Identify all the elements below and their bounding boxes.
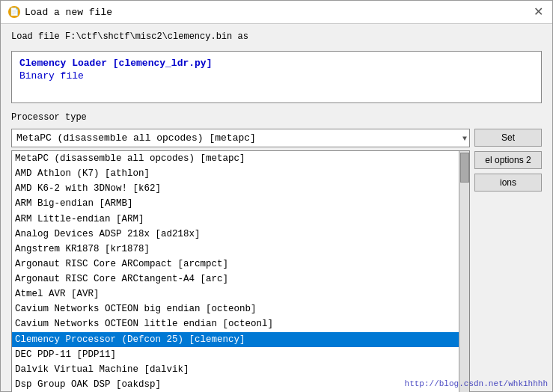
options2-button[interactable]: ions — [474, 174, 542, 192]
processor-list-item[interactable]: Cavium Networks OCTEON big endian [octeo… — [12, 301, 459, 316]
main-content: MetaPC (disassemble all opcodes) [metapc… — [11, 129, 542, 392]
processor-list-item[interactable]: Cavium Networks OCTEON little endian [oc… — [12, 316, 459, 331]
dialog-body: Load file F:\ctf\shctf\misc2\clemency.bi… — [1, 24, 552, 392]
processor-list-item[interactable]: Angstrem KR1878 [kr1878] — [12, 242, 459, 257]
processor-list-item[interactable]: ARM Little-endian [ARM] — [12, 212, 459, 227]
processor-list-item[interactable]: AMD Athlon (K7) [athlon] — [12, 166, 459, 181]
load-file-dialog: 📄 Load a new file ✕ Load file F:\ctf\shc… — [0, 0, 553, 392]
title-bar: 📄 Load a new file ✕ — [1, 1, 552, 24]
set-button[interactable]: Set — [474, 129, 542, 147]
processor-list-item[interactable]: Argonaut RISC Core ARCtangent-A4 [arc] — [12, 272, 459, 287]
scrollbar-track — [459, 151, 469, 392]
load-path-label: Load file F:\ctf\shctf\misc2\clemency.bi… — [11, 31, 542, 42]
select-arrow-icon: ▼ — [462, 134, 467, 142]
dialog-title: Load a new file — [25, 7, 112, 18]
processor-selected-value: MetaPC (disassemble all opcodes) [metapc… — [16, 132, 256, 144]
processor-list-item[interactable]: DEC PDP-11 [PDP11] — [12, 347, 459, 362]
processor-list-item[interactable]: Dsp Group OAK DSP [oakdsp] — [12, 377, 459, 392]
processor-select-container: MetaPC (disassemble all opcodes) [metapc… — [11, 129, 470, 147]
processor-type-label: Processor type — [11, 112, 542, 123]
right-panel: Set el options 2 ions — [474, 129, 542, 392]
title-bar-left: 📄 Load a new file — [8, 6, 112, 18]
processor-select-display[interactable]: MetaPC (disassemble all opcodes) [metapc… — [11, 129, 470, 147]
scrollbar-thumb[interactable] — [460, 153, 469, 183]
processor-list-item[interactable]: AMD K6-2 with 3DNow! [k62] — [12, 181, 459, 196]
processor-list[interactable]: MetaPC (disassemble all opcodes) [metapc… — [12, 151, 459, 392]
options1-button[interactable]: el options 2 — [474, 151, 542, 169]
processor-list-item[interactable]: MetaPC (disassemble all opcodes) [metapc… — [12, 151, 459, 166]
processor-list-item[interactable]: Clemency Processor (Defcon 25) [clemency… — [12, 332, 459, 347]
processor-list-item[interactable]: Analog Devices ADSP 218x [ad218x] — [12, 227, 459, 242]
processor-list-item[interactable]: Argonaut RISC Core ARCompact [arcmpct] — [12, 257, 459, 272]
watermark-text: http://blog.csdn.net/whk1hhhh — [405, 379, 548, 388]
left-panel: MetaPC (disassemble all opcodes) [metapc… — [11, 129, 470, 392]
file-info-box: Clemency Loader [clemency_ldr.py] Binary… — [11, 51, 542, 103]
file-loader-text: Clemency Loader [clemency_ldr.py] — [19, 58, 534, 69]
processor-list-item[interactable]: Dalvik Virtual Machine [dalvik] — [12, 362, 459, 377]
dialog-icon: 📄 — [8, 6, 20, 18]
close-button[interactable]: ✕ — [531, 5, 545, 19]
file-type-text: Binary file — [19, 70, 534, 82]
processor-list-item[interactable]: ARM Big-endian [ARMB] — [12, 196, 459, 211]
processor-list-item[interactable]: Atmel AVR [AVR] — [12, 287, 459, 301]
processor-list-container: MetaPC (disassemble all opcodes) [metapc… — [11, 150, 470, 392]
